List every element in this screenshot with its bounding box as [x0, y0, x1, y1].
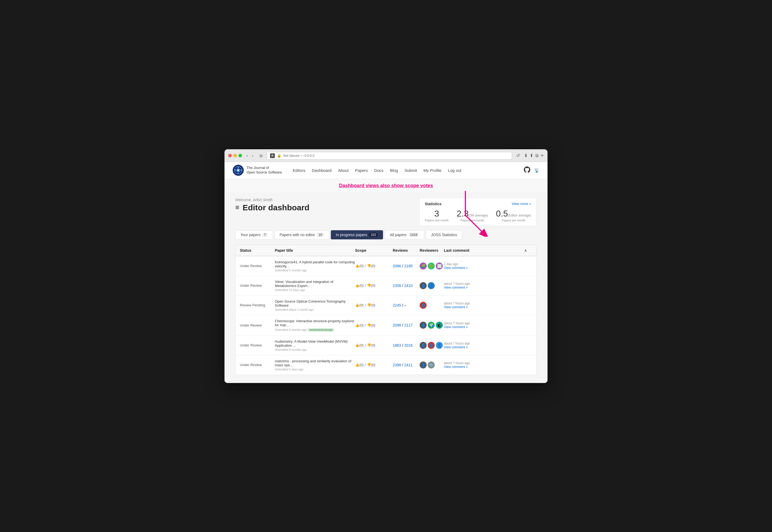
tab-all-papers[interactable]: All papers 1418: [385, 230, 424, 239]
view-more-link[interactable]: View more »: [512, 202, 531, 206]
layers-icon: ≡: [235, 203, 239, 212]
nav-editors[interactable]: Editors: [293, 168, 306, 173]
tabs-row: Your papers 7 Papers with no editor 10 I…: [235, 230, 537, 239]
table-row: Under Review Chemiscope: interactive str…: [236, 315, 536, 336]
rss-icon[interactable]: 📡: [534, 168, 539, 173]
reviewers-1: 🧩 🟢 ⬜: [420, 263, 444, 269]
reviews-1: 2086 / 2185: [393, 264, 420, 268]
view-comment-3[interactable]: View comment »: [444, 305, 524, 309]
back-button[interactable]: ‹: [245, 153, 249, 159]
header-status: Status: [240, 248, 275, 253]
paper-6: matchms - processing and similarity eval…: [275, 359, 355, 371]
view-comment-6[interactable]: View comment »: [444, 365, 524, 369]
reviewer-avatar-6a: 👤: [420, 361, 427, 368]
view-comment-1[interactable]: View comment »: [444, 266, 524, 270]
github-icon[interactable]: [524, 166, 530, 174]
stats-header: Statistics View more »: [425, 202, 531, 206]
new-tab-button[interactable]: ⧉: [535, 153, 538, 158]
nav-logout[interactable]: Log out: [448, 168, 461, 173]
scope-1: 👍(0) / 👎(0): [355, 264, 393, 268]
view-comment-2[interactable]: View comment »: [444, 286, 524, 289]
logo-text: The Journal of Open Source Software: [247, 166, 282, 175]
reviews-4: 2098 / 2117: [393, 323, 420, 327]
avatar-small: A: [270, 153, 275, 158]
nav-docs[interactable]: Docs: [374, 168, 383, 173]
logo-area[interactable]: The Journal of Open Source Software: [233, 165, 282, 176]
review-link-3a[interactable]: 2245: [393, 303, 401, 307]
view-comment-4[interactable]: View comment »: [444, 325, 524, 329]
stat-papers-last-month: 3 Papers last month: [425, 209, 449, 222]
paper-3: Open Source Optical Coherence Tomography…: [275, 299, 355, 311]
scope-3: 👍(0) / 👎(0): [355, 303, 393, 307]
reviews-2: 2358 / 2410: [393, 283, 420, 288]
header-title: Paper title: [275, 248, 355, 253]
tab-joss-statistics-label: JOSS Statistics: [431, 233, 457, 237]
browser-chrome: ‹ › ⊞ A 🔒 Not Secure — 0.0.0.0 ↺ ⬇ ⬆ ⧉ +: [225, 149, 547, 162]
review-link-6b[interactable]: 2411: [404, 363, 413, 367]
review-link-4a[interactable]: 2098: [393, 323, 401, 327]
share-button[interactable]: ⬆: [530, 153, 533, 158]
review-link-2b[interactable]: 2410: [404, 283, 413, 288]
review-link-1b[interactable]: 2185: [404, 264, 413, 268]
reviewer-avatar-4a: 👤: [420, 322, 427, 329]
nav-dashboard[interactable]: Dashboard: [312, 168, 331, 173]
reviews-5: 1883 / 2016: [393, 343, 420, 347]
download-button[interactable]: ⬇: [524, 153, 527, 158]
header-reviews: Reviews: [393, 248, 420, 253]
joss-logo-icon: [233, 165, 244, 176]
reader-view-button[interactable]: ⊞: [258, 153, 264, 158]
browser-actions: ⬇ ⬆ ⧉ +: [524, 152, 544, 159]
welcome-text: Welcome, Arfon Smith: [235, 198, 310, 202]
review-link-5b[interactable]: 2016: [404, 343, 413, 347]
paper-1: Kolmogorov41: A hybrid parallel code for…: [275, 260, 355, 272]
paper-5: Audiometry: A Model-View-ViewModel (MVVM…: [275, 339, 355, 351]
reviews-3: 2245 / –: [393, 303, 420, 307]
reviewer-avatar-1a: 🧩: [420, 263, 427, 269]
reviewer-avatar-3a: 👤: [420, 302, 427, 309]
nav-papers[interactable]: Papers: [355, 168, 368, 173]
view-comment-5[interactable]: View comment »: [444, 345, 524, 349]
svg-point-3: [238, 166, 239, 168]
reviewers-2: 👤 👤: [420, 282, 444, 289]
tab-in-progress[interactable]: In progress papers 162: [331, 230, 383, 239]
tab-no-editor[interactable]: Papers with no editor 10: [275, 230, 329, 239]
stat-papers-editor-avg: 0.5(Editor average) Papers per month: [496, 209, 531, 222]
tab-no-editor-label: Papers with no editor: [280, 233, 315, 237]
header-scope: Scope: [355, 248, 393, 253]
last-comment-6: about 7 hours ago View comment »: [444, 361, 524, 369]
add-button[interactable]: +: [540, 152, 544, 159]
announcement-text: Dashboard views also show scope votes: [339, 183, 433, 188]
scope-2: 👍(0) / 👎(0): [355, 283, 393, 288]
forward-button[interactable]: ›: [250, 153, 255, 159]
table-row: Under Review Kolmogorov41: A hybrid para…: [236, 256, 536, 276]
maximize-button[interactable]: [239, 154, 242, 157]
lock-icon: 🔒: [277, 154, 281, 158]
review-link-6a[interactable]: 2398: [393, 363, 401, 367]
paper-2: Viime: Visualization and Integration of …: [275, 280, 355, 292]
address-text: Not Secure — 0.0.0.0: [284, 154, 314, 158]
header-last-comment: Last comment: [444, 248, 524, 253]
header-sort[interactable]: ∧: [524, 248, 532, 253]
status-5: Under Review: [240, 343, 275, 347]
minimize-button[interactable]: [234, 154, 237, 157]
nav-submit[interactable]: Submit: [405, 168, 417, 173]
review-link-1a[interactable]: 2086: [393, 264, 401, 268]
review-link-5a[interactable]: 1883: [393, 343, 401, 347]
page-content: The Journal of Open Source Software Edit…: [225, 162, 547, 383]
nav-myprofile[interactable]: My Profile: [423, 168, 441, 173]
nav-blog[interactable]: Blog: [390, 168, 398, 173]
reviewer-avatar-4c: ◐: [436, 322, 443, 329]
reviewers-5: 👤 👤 👤: [420, 342, 444, 349]
review-link-4b[interactable]: 2117: [404, 323, 413, 327]
address-bar[interactable]: A 🔒 Not Secure — 0.0.0.0: [267, 152, 512, 159]
review-link-2a[interactable]: 2358: [393, 283, 401, 288]
close-button[interactable]: [228, 154, 232, 157]
last-comment-1: 1 day ago View comment »: [444, 262, 524, 270]
tab-joss-statistics[interactable]: JOSS Statistics: [426, 230, 462, 239]
tab-your-papers[interactable]: Your papers 7: [235, 230, 273, 239]
browser-nav-buttons: ‹ ›: [245, 153, 255, 159]
nav-about[interactable]: About: [338, 168, 349, 173]
scope-4: 👍(0) / 👎(0): [355, 323, 393, 327]
reload-button[interactable]: ↺: [515, 152, 521, 159]
stats-numbers: 3 Papers last month 2.3(3M average) Pape…: [425, 209, 531, 222]
